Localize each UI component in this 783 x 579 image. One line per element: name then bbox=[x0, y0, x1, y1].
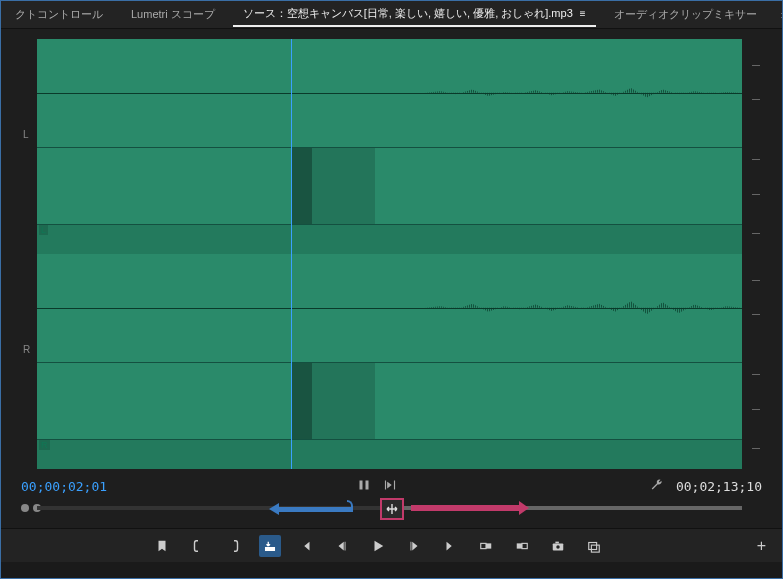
tabs-overflow-icon[interactable]: » bbox=[775, 4, 783, 26]
playhead[interactable] bbox=[291, 39, 292, 469]
goto-in-button[interactable] bbox=[295, 535, 317, 557]
tab-lumetri-scopes[interactable]: Lumetri スコープ bbox=[121, 3, 225, 26]
duration-timecode: 00;02;13;10 bbox=[676, 479, 762, 494]
current-timecode[interactable]: 00;00;02;01 bbox=[21, 479, 107, 494]
camera-button[interactable] bbox=[547, 535, 569, 557]
overwrite-button[interactable] bbox=[475, 535, 497, 557]
transport-controls: + bbox=[1, 528, 782, 562]
wave-sub-right: R bbox=[37, 439, 742, 469]
channel-label-left: L bbox=[23, 129, 29, 140]
timecode-bar: 00;00;02;01 00;02;13;10 bbox=[1, 474, 782, 498]
wave-track-left bbox=[37, 39, 742, 147]
marker-button[interactable] bbox=[151, 535, 173, 557]
wave-data-right bbox=[425, 300, 742, 316]
track-divider-1 bbox=[37, 147, 742, 148]
svg-rect-8 bbox=[555, 541, 559, 543]
tab-source-label: ソース：空想キャンバス[日常, 楽しい, 嬉しい, 優雅, おしゃれ].mp3 bbox=[243, 7, 573, 19]
channel-labels: L R bbox=[21, 39, 37, 469]
tab-menu-icon[interactable]: ≡ bbox=[580, 8, 586, 19]
svg-rect-5 bbox=[522, 543, 527, 548]
tab-effect-controls[interactable]: クトコントロール bbox=[5, 3, 113, 26]
wave-data-left bbox=[425, 85, 742, 101]
svg-rect-4 bbox=[517, 543, 522, 548]
step-back-button[interactable] bbox=[331, 535, 353, 557]
wave-sub-left: L bbox=[37, 224, 742, 254]
zoom-handle-left[interactable] bbox=[21, 504, 29, 512]
step-forward-button[interactable] bbox=[403, 535, 425, 557]
waveform-panel: L R L R bbox=[1, 29, 782, 474]
export-frame-button[interactable] bbox=[511, 535, 533, 557]
goto-out-button[interactable] bbox=[439, 535, 461, 557]
marker-brackets-icon[interactable] bbox=[354, 479, 374, 494]
annotation-arrow-left bbox=[277, 507, 352, 512]
mark-in-button[interactable] bbox=[187, 535, 209, 557]
zoom-scrub-bar bbox=[1, 498, 782, 528]
timecode-center-icons bbox=[115, 479, 638, 494]
svg-rect-2 bbox=[481, 543, 486, 548]
wrench-icon[interactable] bbox=[646, 478, 668, 495]
loop-button[interactable] bbox=[583, 535, 605, 557]
play-button[interactable] bbox=[367, 535, 389, 557]
amplitude-ruler bbox=[742, 39, 762, 469]
svg-point-7 bbox=[556, 545, 560, 549]
svg-rect-10 bbox=[591, 545, 599, 552]
mini-label-left: L bbox=[39, 225, 48, 235]
track-divider-2 bbox=[37, 224, 742, 225]
tab-audio-clip-mixer[interactable]: オーディオクリップミキサー bbox=[604, 3, 767, 26]
mini-label-right: R bbox=[39, 440, 50, 450]
annotation-arrow-right bbox=[411, 505, 521, 511]
zoom-drag-handle[interactable] bbox=[380, 498, 404, 520]
panel-tabs: クトコントロール Lumetri スコープ ソース：空想キャンバス[日常, 楽し… bbox=[1, 1, 782, 29]
channel-label-right: R bbox=[23, 344, 30, 355]
track-divider-4 bbox=[37, 439, 742, 440]
svg-rect-9 bbox=[589, 542, 597, 549]
mark-out-button[interactable] bbox=[223, 535, 245, 557]
waveform-canvas[interactable]: L R bbox=[37, 39, 742, 469]
waveform-container: L R L R bbox=[21, 39, 762, 469]
track-divider-3 bbox=[37, 362, 742, 363]
svg-rect-1 bbox=[365, 480, 368, 489]
wave-track-right bbox=[37, 254, 742, 362]
svg-rect-0 bbox=[359, 480, 362, 489]
tab-source[interactable]: ソース：空想キャンバス[日常, 楽しい, 嬉しい, 優雅, おしゃれ].mp3 … bbox=[233, 2, 596, 27]
svg-rect-3 bbox=[486, 543, 491, 548]
add-button[interactable]: + bbox=[757, 537, 766, 555]
insert-button[interactable] bbox=[259, 535, 281, 557]
in-out-braces-icon[interactable] bbox=[380, 479, 400, 494]
